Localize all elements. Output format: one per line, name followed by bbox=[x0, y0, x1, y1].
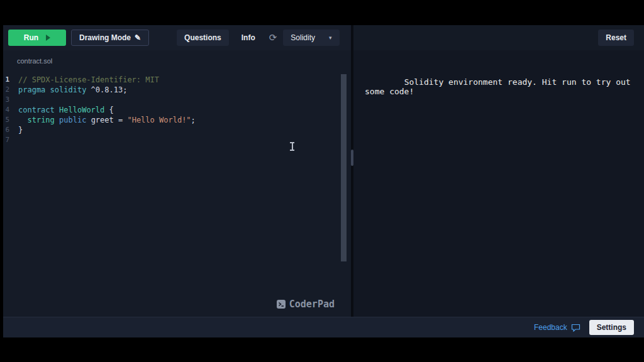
reset-label: Reset bbox=[606, 33, 626, 42]
code-line: 4contract HelloWorld { bbox=[3, 105, 351, 115]
line-number: 1 bbox=[3, 75, 18, 85]
line-number: 4 bbox=[3, 105, 18, 115]
info-button[interactable]: Info bbox=[234, 30, 263, 46]
line-number: 6 bbox=[3, 125, 18, 135]
footer-bar: Feedback Settings bbox=[3, 317, 644, 337]
run-button-label: Run bbox=[24, 33, 38, 42]
settings-button[interactable]: Settings bbox=[589, 320, 634, 335]
console-message: Solidity environment ready. Hit run to t… bbox=[365, 77, 635, 96]
pane-divider[interactable] bbox=[351, 25, 353, 317]
file-tab-row: contract.sol bbox=[3, 50, 351, 72]
pencil-icon: ✎ bbox=[135, 33, 141, 42]
code-text: // SPDX-License-Identifier: MIT bbox=[18, 75, 159, 85]
code-line: 5 string public greet = "Hello World!"; bbox=[3, 115, 351, 125]
code-text: contract HelloWorld { bbox=[18, 105, 114, 115]
code-line: 6} bbox=[3, 125, 351, 135]
app-window: Run Drawing Mode ✎ Questions Info ⟳ Soli… bbox=[3, 25, 644, 337]
file-tab[interactable]: contract.sol bbox=[17, 57, 52, 65]
line-number: 7 bbox=[3, 135, 18, 145]
feedback-label: Feedback bbox=[534, 323, 567, 332]
settings-label: Settings bbox=[597, 323, 626, 332]
run-button[interactable]: Run bbox=[8, 30, 66, 46]
code-editor[interactable]: 1// SPDX-License-Identifier: MIT2pragma … bbox=[3, 72, 351, 317]
speech-bubble-icon bbox=[571, 324, 580, 332]
reset-button[interactable]: Reset bbox=[598, 30, 634, 46]
play-icon bbox=[46, 35, 50, 41]
code-text: string public greet = "Hello World!"; bbox=[18, 115, 196, 125]
code-line: 3 bbox=[3, 95, 351, 105]
questions-button[interactable]: Questions bbox=[177, 30, 229, 46]
code-text: pragma solidity ^0.8.13; bbox=[18, 85, 127, 95]
feedback-link[interactable]: Feedback bbox=[534, 323, 580, 332]
chevron-down-icon: ▾ bbox=[329, 35, 332, 41]
code-line: 7 bbox=[3, 135, 351, 145]
main-area: Run Drawing Mode ✎ Questions Info ⟳ Soli… bbox=[3, 25, 644, 317]
code-text: } bbox=[18, 125, 23, 135]
editor-scrollbar[interactable] bbox=[341, 74, 347, 261]
drawing-mode-label: Drawing Mode bbox=[79, 33, 131, 42]
pane-divider-handle[interactable] bbox=[351, 150, 353, 166]
language-label: Solidity bbox=[291, 33, 315, 42]
sync-language-icon[interactable]: ⟳ bbox=[268, 32, 279, 43]
drawing-mode-button[interactable]: Drawing Mode ✎ bbox=[71, 30, 149, 46]
language-dropdown[interactable]: Solidity ▾ bbox=[283, 30, 339, 46]
console-toolbar: Reset bbox=[353, 25, 644, 50]
console-pane: Reset Solidity environment ready. Hit ru… bbox=[353, 25, 644, 317]
info-label: Info bbox=[242, 33, 255, 42]
line-number: 5 bbox=[3, 115, 18, 125]
editor-pane: Run Drawing Mode ✎ Questions Info ⟳ Soli… bbox=[3, 25, 351, 317]
code-line: 1// SPDX-License-Identifier: MIT bbox=[3, 75, 351, 85]
questions-label: Questions bbox=[184, 33, 221, 42]
code-line: 2pragma solidity ^0.8.13; bbox=[3, 85, 351, 95]
editor-toolbar: Run Drawing Mode ✎ Questions Info ⟳ Soli… bbox=[3, 25, 351, 50]
line-number: 2 bbox=[3, 85, 18, 95]
coderpad-watermark-label: CoderPad bbox=[289, 299, 335, 309]
coderpad-logo-icon bbox=[276, 299, 286, 309]
line-number: 3 bbox=[3, 95, 18, 105]
console-output: Solidity environment ready. Hit run to t… bbox=[353, 50, 644, 317]
code-area[interactable]: 1// SPDX-License-Identifier: MIT2pragma … bbox=[3, 75, 351, 145]
coderpad-watermark: CoderPad bbox=[276, 299, 335, 309]
